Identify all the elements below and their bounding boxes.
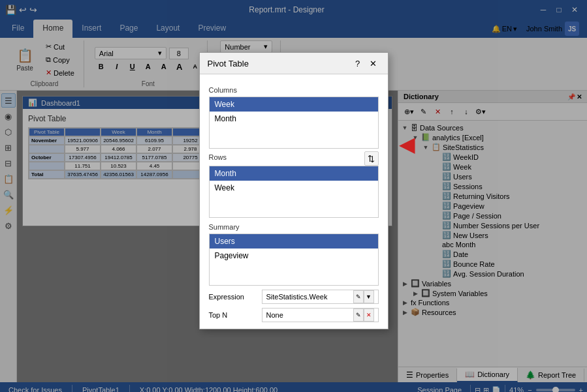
expression-value: SiteStatistics.Week — [266, 293, 328, 301]
modal-title: Pivot Table — [208, 59, 249, 68]
topn-edit-button[interactable]: ✎ — [353, 309, 364, 322]
columns-list[interactable]: Week Month — [209, 97, 379, 149]
topn-clear-button[interactable]: ✕ — [364, 309, 374, 322]
expression-field: Expression SiteStatistics.Week ✎ ▼ — [209, 290, 379, 304]
summary-label: Summary — [209, 223, 379, 231]
expression-btns: ✎ ▼ — [353, 290, 374, 303]
summary-list[interactable]: Users Pageview — [209, 234, 379, 286]
topn-btns: ✎ ✕ — [353, 309, 374, 322]
rows-section-header: Rows ⇅ — [209, 151, 379, 166]
expression-dropdown-button[interactable]: ▼ — [364, 290, 374, 303]
list-item[interactable]: Pageview — [210, 249, 378, 263]
list-item[interactable]: Week — [210, 97, 378, 112]
expression-input[interactable]: SiteStatistics.Week ✎ ▼ — [262, 290, 379, 304]
modal-controls: ? ✕ — [351, 57, 380, 70]
modal-overlay: Pivot Table ? ✕ Columns Week Month Rows … — [0, 0, 587, 392]
rows-label: Rows — [209, 153, 227, 161]
list-item[interactable]: Month — [210, 166, 378, 181]
list-item[interactable]: Users — [210, 234, 378, 249]
topn-value: None — [266, 311, 283, 319]
modal-body: Columns Week Month Rows ⇅ Month Week Sum… — [200, 74, 388, 329]
arrow-indicator: ◀ — [399, 132, 415, 157]
modal-help-button[interactable]: ? — [351, 57, 364, 70]
expression-edit-button[interactable]: ✎ — [353, 290, 364, 303]
modal-close-button[interactable]: ✕ — [367, 57, 380, 70]
list-item[interactable]: Month — [210, 112, 378, 126]
rows-list[interactable]: Month Week — [209, 166, 379, 218]
pivot-table-modal: Pivot Table ? ✕ Columns Week Month Rows … — [199, 52, 389, 329]
topn-label: Top N — [209, 311, 258, 319]
modal-header: Pivot Table ? ✕ — [200, 53, 388, 74]
topn-field: Top N None ✎ ✕ — [209, 308, 379, 322]
expression-label: Expression — [209, 293, 258, 301]
topn-input[interactable]: None ✎ ✕ — [262, 308, 379, 322]
columns-label: Columns — [209, 86, 379, 94]
list-item[interactable]: Week — [210, 181, 378, 195]
swap-button[interactable]: ⇅ — [364, 151, 379, 166]
